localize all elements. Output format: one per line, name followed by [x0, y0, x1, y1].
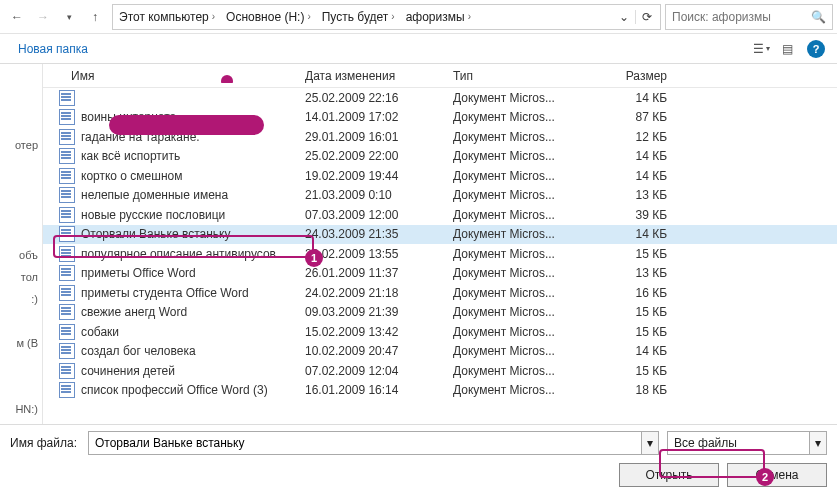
open-button[interactable]: Открыть: [619, 463, 719, 487]
filename-combo[interactable]: ▾: [88, 431, 659, 455]
breadcrumb-item[interactable]: Этот компьютер›: [115, 5, 222, 29]
file-row[interactable]: популярное описание антивирусов28.02.200…: [43, 244, 837, 264]
nav-item[interactable]: [0, 200, 42, 222]
file-name: как всё испортить: [81, 149, 180, 163]
word-doc-icon: [59, 129, 75, 145]
nav-item[interactable]: [0, 156, 42, 178]
breadcrumb-item[interactable]: афоризмы›: [402, 5, 478, 29]
word-doc-icon: [59, 168, 75, 184]
file-row[interactable]: свежие анегд Word09.03.2009 21:39Докумен…: [43, 303, 837, 323]
file-size: 14 КБ: [589, 169, 685, 183]
file-type: Документ Micros...: [447, 227, 589, 241]
breadcrumb-item[interactable]: Основное (H:)›: [222, 5, 318, 29]
col-header-size[interactable]: Размер: [589, 69, 685, 83]
nav-item[interactable]: отер: [0, 134, 42, 156]
nav-back-icon[interactable]: ←: [4, 4, 30, 30]
nav-item[interactable]: HN:): [0, 398, 42, 420]
filename-input[interactable]: [88, 431, 641, 455]
file-date: 07.02.2009 12:04: [299, 364, 447, 378]
file-date: 26.01.2009 11:37: [299, 266, 447, 280]
file-row[interactable]: нелепые доменные имена21.03.2009 0:10Док…: [43, 186, 837, 206]
file-row[interactable]: собаки15.02.2009 13:42Документ Micros...…: [43, 322, 837, 342]
file-name: создал бог человека: [81, 344, 196, 358]
addr-dropdown-icon[interactable]: ⌄: [613, 10, 635, 24]
file-size: 15 КБ: [589, 325, 685, 339]
file-date: 07.03.2009 12:00: [299, 208, 447, 222]
nav-item[interactable]: [0, 354, 42, 376]
col-header-type[interactable]: Тип: [447, 69, 589, 83]
cancel-button[interactable]: Отмена: [727, 463, 827, 487]
nav-item[interactable]: м (В: [0, 332, 42, 354]
col-header-name[interactable]: Имя: [43, 69, 299, 83]
nav-item[interactable]: тол: [0, 266, 42, 288]
file-name: приметы Office Word: [81, 266, 196, 280]
word-doc-icon: [59, 246, 75, 262]
file-size: 13 КБ: [589, 266, 685, 280]
nav-item[interactable]: [0, 310, 42, 332]
file-type: Документ Micros...: [447, 130, 589, 144]
redacted-filename: [109, 115, 264, 135]
word-doc-icon: [59, 109, 75, 125]
search-input[interactable]: [672, 10, 811, 24]
annotation-marker-2: 2: [756, 468, 774, 486]
nav-item[interactable]: [0, 178, 42, 200]
file-row[interactable]: новые русские пословици07.03.2009 12:00Д…: [43, 205, 837, 225]
file-type: Документ Micros...: [447, 149, 589, 163]
file-date: 29.01.2009 16:01: [299, 130, 447, 144]
file-type: Документ Micros...: [447, 169, 589, 183]
view-mode-button[interactable]: ☰▾: [747, 38, 776, 60]
word-doc-icon: [59, 226, 75, 242]
file-size: 15 КБ: [589, 247, 685, 261]
file-row[interactable]: как всё испортить25.02.2009 22:00Докумен…: [43, 147, 837, 167]
file-row[interactable]: список профессий Office Word (3)16.01.20…: [43, 381, 837, 401]
filter-label: Все файлы: [667, 431, 809, 455]
file-row[interactable]: приметы Office Word26.01.2009 11:37Докум…: [43, 264, 837, 284]
file-date: 15.02.2009 13:42: [299, 325, 447, 339]
filename-drop-icon[interactable]: ▾: [641, 431, 659, 455]
file-date: 24.02.2009 21:18: [299, 286, 447, 300]
address-bar[interactable]: Этот компьютер›Основное (H:)›Пусть будет…: [112, 4, 661, 30]
file-name: свежие анегд Word: [81, 305, 187, 319]
nav-item[interactable]: :): [0, 288, 42, 310]
file-type: Документ Micros...: [447, 208, 589, 222]
file-size: 13 КБ: [589, 188, 685, 202]
file-row[interactable]: сочинения детей07.02.2009 12:04Документ …: [43, 361, 837, 381]
search-icon: 🔍: [811, 10, 826, 24]
list-header[interactable]: Имя Дата изменения Тип Размер: [43, 64, 837, 88]
file-list[interactable]: Имя Дата изменения Тип Размер 25.02.2009…: [43, 64, 837, 400]
sort-indicator-icon: [221, 75, 233, 83]
file-row[interactable]: приметы студента Office Word24.02.2009 2…: [43, 283, 837, 303]
nav-recent-icon[interactable]: ▾: [56, 4, 82, 30]
new-folder-link[interactable]: Новая папка: [18, 42, 88, 56]
file-size: 15 КБ: [589, 364, 685, 378]
word-doc-icon: [59, 382, 75, 398]
file-row[interactable]: создал бог человека10.02.2009 20:47Докум…: [43, 342, 837, 362]
word-doc-icon: [59, 265, 75, 281]
search-box[interactable]: 🔍: [665, 4, 833, 30]
refresh-icon[interactable]: ⟳: [635, 10, 658, 24]
nav-fwd-icon[interactable]: →: [30, 4, 56, 30]
breadcrumb-item[interactable]: Пусть будет›: [318, 5, 402, 29]
file-type: Документ Micros...: [447, 91, 589, 105]
help-icon[interactable]: ?: [807, 40, 825, 58]
file-row[interactable]: кортко о смешном19.02.2009 19:44Документ…: [43, 166, 837, 186]
nav-item[interactable]: [0, 376, 42, 398]
filetype-filter[interactable]: Все файлы ▾: [667, 431, 827, 455]
preview-pane-button[interactable]: ▤: [776, 38, 799, 60]
nav-item[interactable]: [0, 222, 42, 244]
file-row[interactable]: Оторвали Ваньке встаньку24.03.2009 21:35…: [43, 225, 837, 245]
nav-item[interactable]: [0, 112, 42, 134]
file-row[interactable]: 25.02.2009 22:16Документ Micros...14 КБ: [43, 88, 837, 108]
nav-tree[interactable]: отеробътол:)м (ВHN:): [0, 64, 43, 424]
word-doc-icon: [59, 90, 75, 106]
file-name: нелепые доменные имена: [81, 188, 228, 202]
up-dir-icon[interactable]: ↑: [82, 4, 108, 30]
file-type: Документ Micros...: [447, 286, 589, 300]
nav-item[interactable]: объ: [0, 244, 42, 266]
nav-item[interactable]: [0, 90, 42, 112]
file-name: приметы студента Office Word: [81, 286, 249, 300]
filter-drop-icon[interactable]: ▾: [809, 431, 827, 455]
col-header-date[interactable]: Дата изменения: [299, 69, 447, 83]
nav-item[interactable]: [0, 68, 42, 90]
file-type: Документ Micros...: [447, 188, 589, 202]
